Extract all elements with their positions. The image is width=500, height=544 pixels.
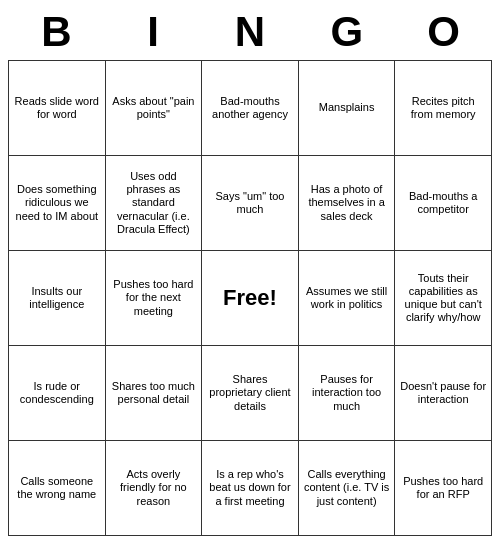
bingo-cell-1[interactable]: Asks about "pain points" [106,61,203,156]
bingo-cell-11[interactable]: Pushes too hard for the next meeting [106,251,203,346]
bingo-cell-22[interactable]: Is a rep who's beat us down for a first … [202,441,299,536]
bingo-cell-7[interactable]: Says "um" too much [202,156,299,251]
bingo-grid: Reads slide word for wordAsks about "pai… [8,60,492,536]
bingo-cell-5[interactable]: Does something ridiculous we need to IM … [9,156,106,251]
bingo-title: BINGO [8,8,492,56]
bingo-cell-15[interactable]: Is rude or condescending [9,346,106,441]
bingo-cell-16[interactable]: Shares too much personal detail [106,346,203,441]
title-letter-o: O [400,8,488,56]
bingo-cell-13[interactable]: Assumes we still work in politics [299,251,396,346]
bingo-cell-18[interactable]: Pauses for interaction too much [299,346,396,441]
title-letter-b: B [12,8,100,56]
bingo-cell-8[interactable]: Has a photo of themselves in a sales dec… [299,156,396,251]
bingo-cell-10[interactable]: Insults our intelligence [9,251,106,346]
bingo-cell-14[interactable]: Touts their capabilities as unique but c… [395,251,492,346]
bingo-cell-24[interactable]: Pushes too hard for an RFP [395,441,492,536]
bingo-cell-19[interactable]: Doesn't pause for interaction [395,346,492,441]
title-letter-n: N [206,8,294,56]
title-letter-i: I [109,8,197,56]
bingo-cell-3[interactable]: Mansplains [299,61,396,156]
bingo-cell-20[interactable]: Calls someone the wrong name [9,441,106,536]
bingo-cell-2[interactable]: Bad-mouths another agency [202,61,299,156]
bingo-cell-6[interactable]: Uses odd phrases as standard vernacular … [106,156,203,251]
bingo-cell-23[interactable]: Calls everything content (i.e. TV is jus… [299,441,396,536]
bingo-cell-0[interactable]: Reads slide word for word [9,61,106,156]
bingo-cell-12[interactable]: Free! [202,251,299,346]
bingo-cell-17[interactable]: Shares proprietary client details [202,346,299,441]
bingo-cell-21[interactable]: Acts overly friendly for no reason [106,441,203,536]
bingo-cell-9[interactable]: Bad-mouths a competitor [395,156,492,251]
bingo-cell-4[interactable]: Recites pitch from memory [395,61,492,156]
title-letter-g: G [303,8,391,56]
